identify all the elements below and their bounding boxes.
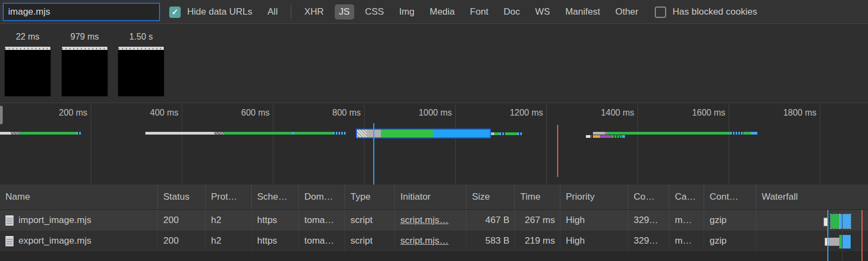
column-header-type[interactable]: Type <box>344 184 394 209</box>
time-tick-label: 1000 ms <box>419 108 452 118</box>
request-status: 200 <box>157 231 205 251</box>
overview-left-handle[interactable] <box>0 106 3 124</box>
type-filter-doc[interactable]: Doc <box>499 4 524 20</box>
column-header-size[interactable]: Size <box>466 184 514 209</box>
overview-request-bar <box>586 135 625 138</box>
grid-ruler-line <box>546 104 547 184</box>
has-blocked-cookies-checkbox[interactable] <box>655 7 666 18</box>
request-status: 200 <box>157 210 205 231</box>
overview-request-bar <box>593 132 757 135</box>
thumbnail-browser-chrome <box>62 47 107 50</box>
request-waterfall-bar <box>756 231 868 251</box>
page-screenshot-thumbnail[interactable] <box>61 46 108 97</box>
column-header-waterfall[interactable]: Waterfall <box>756 184 868 209</box>
initiator-link[interactable]: script.mjs… <box>400 235 449 246</box>
request-name: import_image.mjs <box>18 210 91 231</box>
initiator-link[interactable]: script.mjs… <box>400 215 449 225</box>
column-header-priority[interactable]: Priority <box>560 184 628 209</box>
column-header-content[interactable]: Cont… <box>704 184 756 209</box>
request-name: export_image.mjs <box>18 231 91 251</box>
column-header-name[interactable]: Name <box>0 184 157 209</box>
time-tick-label: 1800 ms <box>783 108 816 118</box>
type-filter-ws[interactable]: WS <box>531 4 554 20</box>
script-file-icon <box>5 215 14 226</box>
table-row[interactable]: export_image.mjs 200 h2 https toma… scri… <box>0 231 868 251</box>
waterfall-overview[interactable]: 200 ms 400 ms 600 ms 800 ms 1000 ms 1200… <box>0 104 868 184</box>
type-filter-manifest[interactable]: Manifest <box>561 4 604 20</box>
request-cache: m… <box>669 210 704 231</box>
grid-ruler-line <box>364 104 365 184</box>
waterfall-dom-content-loaded-line <box>827 210 828 261</box>
type-filter-img[interactable]: Img <box>395 4 419 20</box>
column-header-status[interactable]: Status <box>157 184 205 209</box>
column-header-scheme[interactable]: Sche… <box>251 184 298 209</box>
network-request-table: Name Status Prot… Sche… Dom… Type Initia… <box>0 184 868 261</box>
type-filter-css[interactable]: CSS <box>361 4 388 20</box>
hide-data-urls-label: Hide data URLs <box>187 7 252 17</box>
type-filter-media[interactable]: Media <box>425 4 459 20</box>
waterfall-grid-line <box>842 210 843 261</box>
overview-request-bar <box>491 132 523 135</box>
hide-data-urls-checkbox[interactable]: ✓ <box>169 7 181 18</box>
overview-request-bar <box>0 132 81 135</box>
overview-selected-request-bar <box>356 129 491 138</box>
filmstrip-frame[interactable]: 1.50 s <box>118 30 164 97</box>
thumbnail-browser-chrome <box>118 47 164 50</box>
thumbnail-browser-chrome <box>5 47 50 50</box>
has-blocked-cookies-label: Has blocked cookies <box>673 7 757 17</box>
frame-timestamp: 979 ms <box>61 30 108 46</box>
time-tick-label: 400 ms <box>150 108 178 118</box>
column-header-domain[interactable]: Dom… <box>298 184 344 209</box>
request-time: 219 ms <box>514 231 560 251</box>
grid-ruler-line <box>455 104 456 184</box>
toolbar-separator <box>291 5 291 19</box>
request-connection: 329… <box>628 231 669 251</box>
request-content-encoding: gzip <box>704 210 756 231</box>
type-filter-font[interactable]: Font <box>465 4 493 20</box>
dom-content-loaded-line <box>373 123 374 184</box>
column-header-connection[interactable]: Co… <box>628 184 669 209</box>
request-priority: High <box>560 231 628 251</box>
request-content-encoding: gzip <box>704 231 756 251</box>
waterfall-load-event-line <box>861 210 863 261</box>
type-filter-other[interactable]: Other <box>611 4 643 20</box>
filmstrip-frame[interactable]: 22 ms <box>4 30 51 97</box>
filmstrip: 22 ms 979 ms 1.50 s <box>0 24 868 103</box>
type-filter-xhr[interactable]: XHR <box>300 4 328 20</box>
request-scheme: https <box>251 210 298 231</box>
request-scheme: https <box>251 231 298 251</box>
request-domain: toma… <box>298 231 344 251</box>
page-screenshot-thumbnail[interactable] <box>118 46 164 97</box>
column-header-cache[interactable]: Ca… <box>669 184 704 209</box>
frame-timestamp: 1.50 s <box>118 30 164 46</box>
type-filter-js[interactable]: JS <box>335 4 354 20</box>
filter-input[interactable] <box>3 3 160 21</box>
request-connection: 329… <box>628 210 669 231</box>
grid-ruler-line <box>820 104 820 184</box>
overview-request-bar <box>145 132 346 135</box>
time-tick-label: 600 ms <box>241 108 270 118</box>
page-screenshot-thumbnail[interactable] <box>4 46 51 97</box>
request-time: 267 ms <box>514 210 560 231</box>
network-filter-toolbar: ✓ Hide data URLs All XHR JS CSS Img Medi… <box>0 0 868 24</box>
request-protocol: h2 <box>205 231 251 251</box>
table-row[interactable]: import_image.mjs 200 h2 https toma… scri… <box>0 210 868 231</box>
time-tick-label: 1200 ms <box>510 108 543 118</box>
time-tick-label: 1600 ms <box>692 108 725 118</box>
request-protocol: h2 <box>205 210 251 231</box>
request-cache: m… <box>669 231 704 251</box>
column-header-time[interactable]: Time <box>514 184 560 209</box>
type-filter-all[interactable]: All <box>263 4 282 20</box>
grid-ruler-line <box>273 104 273 184</box>
request-type: script <box>344 231 394 251</box>
load-event-line <box>557 125 558 177</box>
filmstrip-frame[interactable]: 979 ms <box>61 30 108 97</box>
script-file-icon <box>5 236 14 246</box>
request-size: 467 B <box>466 210 514 231</box>
column-header-protocol[interactable]: Prot… <box>205 184 251 209</box>
request-type: script <box>344 210 394 231</box>
grid-ruler-line <box>729 104 729 184</box>
column-header-initiator[interactable]: Initiator <box>394 184 466 209</box>
grid-ruler-line <box>637 104 638 184</box>
time-tick-label: 800 ms <box>333 108 361 118</box>
